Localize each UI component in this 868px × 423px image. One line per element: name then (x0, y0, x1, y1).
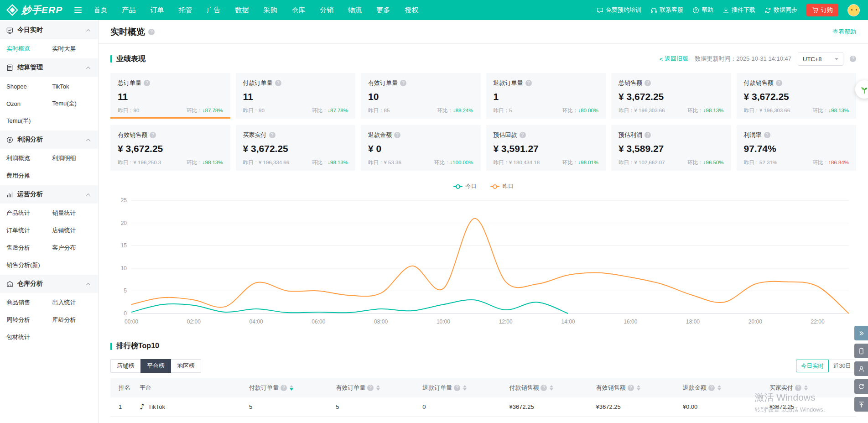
legend-item-昨日[interactable]: 昨日 (490, 183, 514, 190)
app-logo[interactable]: 妙手ERP (6, 4, 62, 16)
metric-help-icon[interactable]: ? (776, 80, 782, 86)
sort-icon[interactable] (804, 385, 808, 391)
metric-card-total-orders[interactable]: 总订单量?11昨日：90环比：↓87.78% (110, 73, 230, 119)
sidebar-item-customer-distribution[interactable]: 客户分布 (52, 239, 99, 256)
nav-item-orders[interactable]: 订单 (150, 6, 164, 15)
column-header-paid-orders[interactable]: 付款订单量? (249, 384, 336, 392)
sort-icon[interactable] (550, 385, 553, 391)
sidebar-item-sales-volume-stats[interactable]: 销量统计 (52, 204, 99, 222)
sidebar-item-packaging-stats[interactable]: 包材统计 (6, 329, 52, 346)
avatar[interactable] (847, 4, 860, 16)
ranking-tab-shop-rank[interactable]: 店铺榜 (110, 359, 141, 373)
metric-card-profit-rate[interactable]: 利润率?97.74%昨日：52.31%环比：↑86.84% (737, 125, 857, 171)
sidebar-item-profit-overview[interactable]: 利润概览 (6, 150, 52, 167)
sort-icon[interactable] (290, 385, 293, 391)
nav-item-hosting[interactable]: 托管 (178, 6, 192, 15)
sidebar-item-temu-half[interactable]: Temu(半) (6, 112, 52, 130)
metric-help-icon[interactable]: ? (269, 132, 275, 138)
metric-help-icon[interactable]: ? (275, 80, 281, 86)
table-row[interactable]: 1♪TikTok550¥3672.25¥3672.25¥0.00¥3672.25 (110, 397, 856, 417)
metric-card-total-sales[interactable]: 总销售额?¥ 3,672.25昨日：¥ 196,303.66环比：↓98.13% (611, 73, 731, 119)
column-header-paid-sales[interactable]: 付款销售额? (509, 384, 596, 392)
column-help-icon[interactable]: ? (795, 385, 801, 391)
metric-help-icon[interactable]: ? (764, 132, 770, 138)
sidebar-item-profit-detail[interactable]: 利润明细 (52, 150, 99, 167)
nav-item-products[interactable]: 产品 (122, 6, 135, 15)
sidebar-item-shop-stats[interactable]: 店铺统计 (52, 222, 99, 239)
nav-item-authorization[interactable]: 授权 (405, 6, 418, 15)
menu-toggle-icon[interactable] (74, 7, 82, 13)
sidebar-item-realtime-overview[interactable]: 实时概览 (6, 40, 52, 57)
metric-card-estimated-profit[interactable]: 预估利润?¥ 3,589.27昨日：¥ 102,662.07环比：↓96.50% (611, 125, 731, 171)
sort-icon[interactable] (376, 385, 380, 391)
metric-help-icon[interactable]: ? (645, 80, 651, 86)
nav-item-home[interactable]: 首页 (94, 6, 107, 15)
metric-card-buyer-paid[interactable]: 买家实付?¥ 3,672.25昨日：¥ 196,334.66环比：↓98.13% (236, 125, 356, 171)
nav-link-free-training[interactable]: 免费预约培训 (597, 6, 641, 14)
sidebar-section-warehouse-analysis[interactable]: 仓库分析 (0, 275, 98, 293)
nav-item-purchasing[interactable]: 采购 (263, 6, 277, 15)
column-header-refund-orders[interactable]: 退款订单量? (422, 384, 509, 392)
sidebar-section-profit-analysis[interactable]: 利润分析 (0, 131, 98, 149)
range-button-last-30-days[interactable]: 近30日 (828, 360, 856, 372)
sidebar-item-sales-analysis-new[interactable]: 销售分析(新) (6, 256, 52, 274)
nav-link-data-sync[interactable]: 数据同步 (764, 6, 797, 14)
nav-link-contact-support[interactable]: 联系客服 (650, 6, 683, 14)
sidebar-item-ozon[interactable]: Ozon (6, 95, 52, 112)
timezone-select[interactable]: UTC+8 (798, 52, 843, 66)
metric-help-icon[interactable]: ? (525, 80, 532, 86)
float-button-mobile[interactable] (854, 344, 868, 358)
sidebar-item-cost-allocation[interactable]: 费用分摊 (6, 167, 52, 184)
subscribe-button[interactable]: 订购 (806, 4, 838, 16)
nav-item-more[interactable]: 更多 (376, 6, 390, 15)
column-help-icon[interactable]: ? (628, 385, 634, 391)
metric-card-valid-sales[interactable]: 有效销售额?¥ 3,672.25昨日：¥ 196,250.3环比：↓98.13% (110, 125, 230, 171)
page-title-help-icon[interactable]: ? (148, 29, 155, 35)
sidebar-section-settlement[interactable]: 结算管理 (0, 58, 98, 77)
column-header-refund-amount[interactable]: 退款金额? (683, 384, 769, 392)
column-help-icon[interactable]: ? (367, 385, 374, 391)
sidebar-item-order-stats[interactable]: 订单统计 (6, 222, 52, 239)
sidebar-item-aftersale-analysis[interactable]: 售后分析 (6, 239, 52, 256)
sidebar-item-shopee[interactable]: Shopee (6, 78, 52, 95)
metric-card-paid-sales[interactable]: 付款销售额?¥ 3,672.25昨日：¥ 196,303.66环比：↓98.13… (737, 73, 857, 119)
metric-card-estimated-payment[interactable]: 预估回款?¥ 3,591.27昨日：¥ 180,434.18环比：↓98.01% (486, 125, 606, 171)
sidebar-section-today-realtime[interactable]: 今日实时 (0, 21, 98, 39)
nav-item-distribution[interactable]: 分销 (320, 6, 333, 15)
ranking-tab-platform-rank[interactable]: 平台榜 (140, 359, 171, 373)
column-help-icon[interactable]: ? (281, 385, 287, 391)
metric-card-refund-orders[interactable]: 退款订单量?1昨日：5环比：↓80.00% (486, 73, 606, 119)
nav-item-ads[interactable]: 广告 (207, 6, 220, 15)
float-button-service[interactable] (854, 361, 868, 376)
metric-help-icon[interactable]: ? (400, 80, 406, 86)
column-header-valid-sales[interactable]: 有效销售额? (596, 384, 683, 392)
nav-item-warehouse[interactable]: 仓库 (291, 6, 305, 15)
column-header-valid-orders[interactable]: 有效订单量? (336, 384, 422, 392)
column-help-icon[interactable]: ? (541, 385, 547, 391)
sidebar-item-realtime-screen[interactable]: 实时大屏 (52, 40, 99, 57)
nav-link-plugin-download[interactable]: 插件下载 (722, 6, 755, 14)
metric-help-icon[interactable]: ? (645, 132, 651, 138)
ranking-tab-region-rank[interactable]: 地区榜 (171, 359, 201, 373)
nav-item-data[interactable]: 数据 (235, 6, 249, 15)
sidebar-item-stock-age-analysis[interactable]: 库龄分析 (52, 311, 99, 329)
metric-card-valid-orders[interactable]: 有效订单量?10昨日：85环比：↓88.24% (361, 73, 481, 119)
timezone-help-icon[interactable]: ? (850, 56, 856, 62)
sidebar-item-goods-sales[interactable]: 商品销售 (6, 294, 52, 311)
float-button-back-to-top[interactable] (854, 397, 868, 412)
metric-card-refund-amount[interactable]: 退款金额?¥ 0昨日：¥ 53.36环比：↓100.00% (361, 125, 481, 171)
sidebar-item-inout-stats[interactable]: 出入统计 (52, 294, 99, 311)
column-header-buyer-paid[interactable]: 买家实付? (769, 384, 856, 392)
view-help-link[interactable]: 查看帮助 (832, 28, 856, 36)
column-help-icon[interactable]: ? (708, 385, 715, 391)
sidebar-item-product-stats[interactable]: 产品统计 (6, 204, 52, 222)
float-button-collapse[interactable] (854, 326, 868, 340)
metric-card-paid-orders[interactable]: 付款订单量?11昨日：90环比：↓87.78% (236, 73, 356, 119)
sort-icon[interactable] (717, 385, 721, 391)
sidebar-item-turnover-analysis[interactable]: 周转分析 (6, 311, 52, 329)
nav-link-help[interactable]: 帮助 (692, 6, 713, 14)
sidebar-item-tiktok[interactable]: TikTok (52, 78, 99, 95)
sort-icon[interactable] (637, 385, 640, 391)
legend-item-今日[interactable]: 今日 (453, 183, 477, 190)
nav-item-logistics[interactable]: 物流 (348, 6, 362, 15)
